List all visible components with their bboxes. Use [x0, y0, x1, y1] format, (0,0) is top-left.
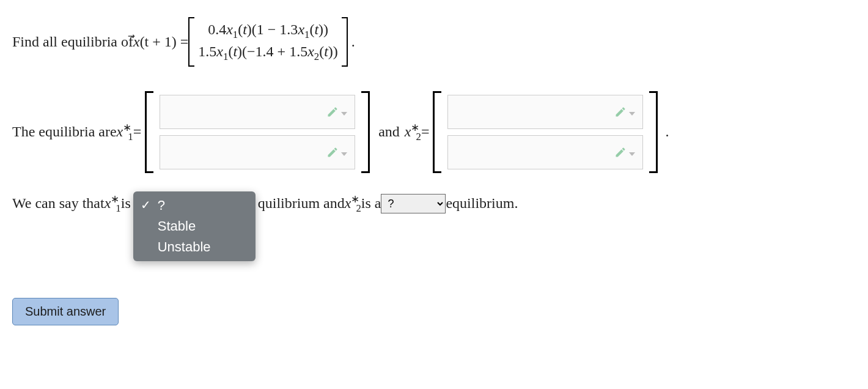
x1-vector-input [145, 91, 370, 173]
stability-lead: We can say that [12, 195, 105, 212]
x2-component-2-input[interactable] [447, 135, 643, 169]
x1-star-label-b: x∗1 [105, 193, 121, 215]
matrix-row-1: 0.4x1(t)(1 − 1.3x1(t)) [198, 20, 337, 42]
x2-component-1-input[interactable] [447, 95, 643, 129]
edit-icon [326, 146, 347, 158]
problem-statement: Find all equilibria of x (t + 1) = 0.4x1… [12, 17, 856, 67]
x2-stability-dropdown[interactable]: ? Stable Unstable [381, 194, 446, 213]
left-bracket-icon [145, 91, 153, 173]
edit-icon [614, 146, 635, 158]
xvec: x [133, 34, 140, 50]
equilibria-lead: The equilibria are [12, 124, 117, 140]
x2-star-label: x∗2 [405, 121, 421, 143]
lhs-arg: (t + 1) = [140, 34, 189, 50]
left-bracket-icon [188, 17, 194, 67]
stability-line: We can say that x∗1 is ? Stable Unstable… [12, 191, 856, 261]
edit-icon [326, 106, 347, 118]
left-bracket-icon [433, 91, 441, 173]
x1-stability-dropdown[interactable]: ? Stable Unstable [133, 191, 256, 261]
x2-vector-input [433, 91, 658, 173]
is-text: is [121, 195, 131, 212]
eq2: = [421, 124, 430, 140]
right-bracket-icon [649, 91, 658, 173]
right-bracket-icon [342, 17, 348, 67]
submit-button[interactable]: Submit answer [12, 298, 119, 325]
x1-component-1-input[interactable] [160, 95, 355, 129]
dropdown-option-stable[interactable]: Stable [133, 216, 256, 237]
and-text: and [378, 124, 400, 140]
equilibria-line: The equilibria are x∗1 = and x∗2 [12, 91, 856, 173]
tail-text: equilibrium. [446, 195, 518, 212]
matrix-row-2: 1.5x1(t)(−1.4 + 1.5x2(t)) [198, 42, 337, 64]
right-bracket-icon [361, 91, 370, 173]
dropdown-option-unstable[interactable]: Unstable [133, 237, 256, 257]
x1-component-2-input[interactable] [160, 135, 355, 169]
period: . [665, 124, 669, 140]
is-a-text: is a [361, 195, 381, 212]
eq1: = [133, 124, 142, 140]
edit-icon [614, 106, 635, 118]
rhs-matrix: 0.4x1(t)(1 − 1.3x1(t)) 1.5x1(t)(−1.4 + 1… [188, 17, 347, 67]
problem-lead: Find all equilibria of [12, 34, 133, 50]
dropdown-option-placeholder[interactable]: ? [133, 195, 256, 216]
x2-star-label-b: x∗2 [345, 193, 361, 215]
mid-fragment: quilibrium and [258, 195, 345, 212]
period: . [351, 34, 355, 50]
x1-star-label: x∗1 [117, 121, 133, 143]
